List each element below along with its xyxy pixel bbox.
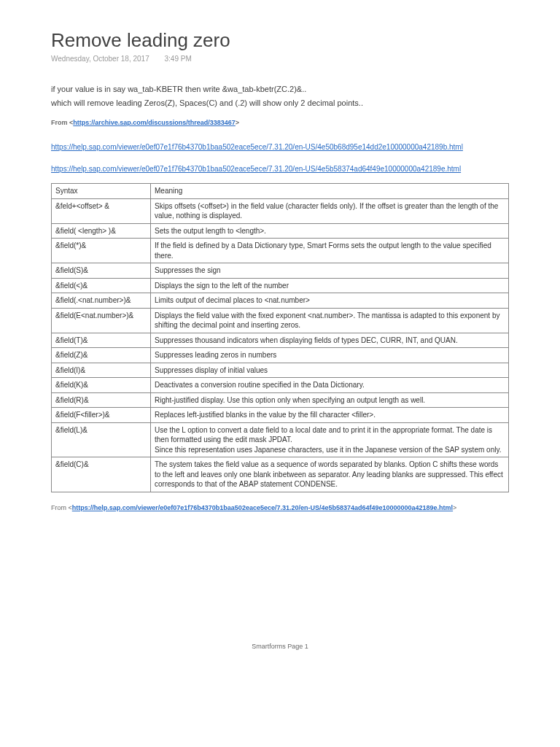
table-row: &field(L)&Use the L option to convert a … — [52, 422, 509, 457]
cell-meaning: Suppresses thousand indicators when disp… — [151, 333, 509, 348]
link-block-2: https://help.sap.com/viewer/e0ef07e1f76b… — [51, 161, 509, 174]
from2-prefix: From < — [51, 504, 72, 511]
link-block-1: https://help.sap.com/viewer/e0ef07e1f76b… — [51, 139, 509, 152]
cell-syntax: &field(F<filler>)& — [52, 408, 151, 423]
cell-syntax: &field(T)& — [52, 333, 151, 348]
table-row: &field(K)&Deactivates a conversion routi… — [52, 378, 509, 393]
cell-syntax: &field(L)& — [52, 422, 151, 457]
cell-syntax: &field(S)& — [52, 263, 151, 279]
cell-meaning: Suppresses display of initial values — [151, 363, 509, 378]
cell-syntax: &field(<)& — [52, 278, 151, 293]
cell-syntax: &feld+<offset> & — [52, 198, 151, 223]
page-meta: Wednesday, October 18, 2017 3:49 PM — [51, 55, 509, 63]
table-row: &field(Z)&Suppresses leading zeros in nu… — [52, 348, 509, 363]
source-line-2: From <https://help.sap.com/viewer/e0ef07… — [51, 504, 509, 511]
cell-meaning: Replaces left-justified blanks in the va… — [151, 408, 509, 423]
document-page: Remove leading zero Wednesday, October 1… — [0, 0, 560, 665]
cell-meaning: Suppresses the sign — [151, 263, 509, 279]
table-body: &feld+<offset> &Skips offsets (<offset>)… — [52, 198, 509, 492]
cell-meaning: Displays the sign to the left of the num… — [151, 278, 509, 293]
cell-meaning: Displays the field value with the fixed … — [151, 308, 509, 333]
cell-syntax: &field(*)& — [52, 239, 151, 263]
cell-meaning: Skips offsets (<offset>) in the field va… — [151, 198, 509, 223]
col-header-meaning: Meaning — [151, 184, 509, 199]
table-row: &feld+<offset> &Skips offsets (<offset>)… — [52, 198, 509, 223]
table-row: &field(T)&Suppresses thousand indicators… — [52, 333, 509, 348]
table-row: &field(*)&If the field is defined by a D… — [52, 239, 509, 263]
from-suffix: > — [236, 119, 239, 126]
page-date: Wednesday, October 18, 2017 — [51, 55, 149, 63]
table-row: &field(<)&Displays the sign to the left … — [52, 278, 509, 293]
cell-meaning: Limits output of decimal places to <nat.… — [151, 293, 509, 309]
col-header-syntax: Syntax — [52, 184, 151, 199]
cell-meaning: Sets the output length to <length>. — [151, 223, 509, 239]
paragraph-2: which will remove leading Zeros(Z), Spac… — [51, 97, 509, 109]
table-row: &field(R)&Right-justified display. Use t… — [52, 392, 509, 408]
cell-syntax: &field(C)& — [52, 457, 151, 492]
table-row: &field(C)&The system takes the field val… — [52, 457, 509, 492]
page-footer: Smartforms Page 1 — [51, 643, 509, 650]
table-row: &field(F<filler>)&Replaces left-justifie… — [52, 408, 509, 423]
from2-suffix: > — [453, 504, 456, 511]
table-row: &field( <length> )&Sets the output lengt… — [52, 223, 509, 239]
cell-meaning: Suppresses leading zeros in numbers — [151, 348, 509, 363]
help-link-2[interactable]: https://help.sap.com/viewer/e0ef07e1f76b… — [51, 165, 461, 173]
from-prefix: From < — [51, 119, 73, 126]
cell-meaning: Deactivates a conversion routine specifi… — [151, 378, 509, 393]
page-time: 3:49 PM — [165, 55, 192, 63]
cell-syntax: &field(R)& — [52, 392, 151, 408]
table-row: &field(.<nat.number>)&Limits output of d… — [52, 293, 509, 309]
page-title: Remove leading zero — [51, 29, 509, 52]
cell-meaning: Use the L option to convert a date field… — [151, 422, 509, 457]
table-row: &field(I)&Suppresses display of initial … — [52, 363, 509, 378]
cell-meaning: If the field is defined by a Data Dictio… — [151, 239, 509, 263]
table-row: &field(S)&Suppresses the sign — [52, 263, 509, 279]
source-link-1[interactable]: https://archive.sap.com/discussions/thre… — [73, 119, 236, 126]
source-link-2[interactable]: https://help.sap.com/viewer/e0ef07e1f76b… — [72, 504, 453, 511]
cell-syntax: &field(I)& — [52, 363, 151, 378]
table-head-row: Syntax Meaning — [52, 184, 509, 199]
cell-syntax: &field(E<nat.number>)& — [52, 308, 151, 333]
source-line-1: From <https://archive.sap.com/discussion… — [51, 119, 509, 126]
table-row: &field(E<nat.number>)&Displays the field… — [52, 308, 509, 333]
cell-syntax: &field( <length> )& — [52, 223, 151, 239]
cell-syntax: &field(.<nat.number>)& — [52, 293, 151, 309]
cell-meaning: The system takes the field value as a se… — [151, 457, 509, 492]
cell-syntax: &field(Z)& — [52, 348, 151, 363]
cell-meaning: Right-justified display. Use this option… — [151, 392, 509, 408]
syntax-table: Syntax Meaning &feld+<offset> &Skips off… — [51, 183, 509, 492]
help-link-1[interactable]: https://help.sap.com/viewer/e0ef07e1f76b… — [51, 143, 463, 151]
cell-syntax: &field(K)& — [52, 378, 151, 393]
paragraph-1: if your value is in say wa_tab-KBETR the… — [51, 83, 509, 96]
